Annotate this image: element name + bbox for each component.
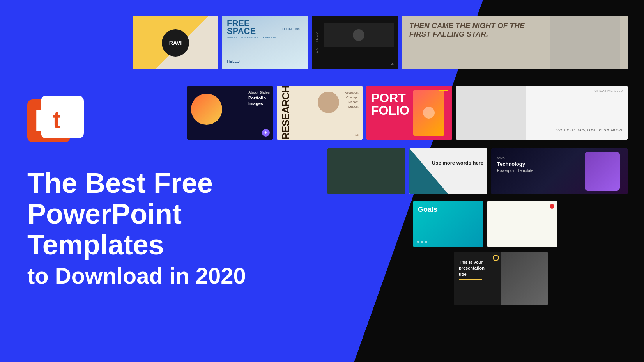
thumbnail-inner: FREE SPACE MINIMAL POWERPOINT TEMPLATE H…: [222, 16, 308, 69]
goals-dots: [417, 241, 479, 243]
template-thumbnail-goals[interactable]: Goals: [413, 201, 483, 247]
thumbnail-inner: UNTITLED U.: [312, 16, 398, 69]
portfolio-text: About SlidesPortfolioImages: [248, 90, 270, 106]
tech-label: NADA: [497, 156, 533, 160]
thumbnail-inner: This is yourpresentationtitle: [454, 252, 548, 305]
template-thumbnail-ravi[interactable]: RAVI: [133, 16, 218, 69]
thumbnail-inner: BORNINK: [487, 201, 557, 247]
template-thumbnail-presentation-title[interactable]: This is yourpresentationtitle: [454, 252, 548, 305]
red-dot: [550, 204, 554, 209]
space-text: SPACE: [227, 27, 276, 35]
thumbnail-inner: RESEARCH Research.Concept.Market.Design.…: [277, 86, 363, 140]
template-thumbnail-thank-you[interactable]: Thank You: [327, 148, 405, 194]
person-placeholder: [413, 90, 444, 136]
svg-text:t: t: [53, 106, 61, 133]
thumbnail-inner: NADA Technology Powerpoint Template: [491, 148, 628, 194]
goals-title: Goals: [418, 206, 437, 214]
svg-text:P: P: [34, 103, 55, 137]
plus-icon: +: [262, 129, 270, 137]
thumbnail-inner: RAVI: [133, 16, 218, 69]
powerpoint-logo: P t: [23, 94, 86, 152]
heading-line3: to Download in 2020: [27, 262, 292, 289]
template-thumbnail-untitled[interactable]: UNTITLED U.: [312, 16, 398, 69]
template-thumbnail-use-more-words[interactable]: Use more words here: [409, 148, 487, 194]
portfolio-circle: [191, 94, 222, 125]
tech-title: Technology: [497, 160, 533, 168]
untitled-vertical: UNTITLED: [315, 16, 318, 69]
template-thumbnail-portfolio-dark[interactable]: About SlidesPortfolioImages +: [187, 86, 273, 140]
phone-shape: [585, 152, 620, 191]
thumbnail-inner: THEN CAME THE NIGHT OF THE FIRST FALLING…: [402, 16, 628, 69]
template-thumbnail-technology[interactable]: NADA Technology Powerpoint Template: [491, 148, 628, 194]
minimal-text: MINIMAL POWERPOINT TEMPLATE: [227, 36, 276, 39]
main-heading: The Best Free PowerPoint Templates to Do…: [27, 168, 292, 289]
image-placeholder: [550, 16, 620, 69]
template-thumbnail-falling-star[interactable]: THEN CAME THE NIGHT OF THE FIRST FALLING…: [402, 16, 628, 69]
thumbnail-inner: About SlidesPortfolioImages +: [187, 86, 273, 140]
dot2: [421, 241, 423, 243]
main-content: P t The Best Free PowerPoint Templates t…: [0, 0, 644, 362]
research-vertical: RESEARCH: [280, 88, 292, 138]
falling-star-title: THEN CAME THE NIGHT OF THE FIRST FALLING…: [409, 21, 526, 39]
template-thumbnail-creative[interactable]: CREATIVE-2020 LIVE BY THE SUN, LOVE BY T…: [456, 86, 628, 140]
free-space-content: FREE SPACE MINIMAL POWERPOINT TEMPLATE: [227, 20, 276, 39]
tech-text: NADA Technology Powerpoint Template: [497, 156, 533, 174]
research-tagline: Research.Concept.Market.Design.: [345, 90, 359, 109]
hello-text: HELLO: [227, 59, 240, 64]
yellow-accent: [459, 279, 482, 280]
locations-text: LOCATIONS: [282, 27, 300, 31]
research-num: 16: [355, 133, 359, 137]
ravi-label: RAVI: [169, 40, 182, 46]
heading-line1: The Best Free: [27, 168, 292, 199]
thumbnail-inner: Use more words here: [409, 148, 487, 194]
image-placeholder: [501, 252, 548, 305]
creative-quote: LIVE BY THE SUN, LOVE BY THE MOON.: [556, 128, 623, 132]
portfolio-pink-title: PORTFOLIO: [371, 92, 409, 117]
template-thumbnail-research[interactable]: RESEARCH Research.Concept.Market.Design.…: [277, 86, 363, 140]
tech-subtitle: Powerpoint Template: [497, 168, 533, 174]
thumbnail-inner: Thank You: [327, 148, 405, 194]
u-label: U.: [391, 62, 394, 66]
thumb-image: [324, 23, 394, 47]
thumbnail-inner: PORTFOLIO: [366, 86, 452, 140]
circle-accent: [493, 255, 499, 261]
portrait-placeholder: [353, 29, 364, 41]
use-more-words-text: Use more words here: [432, 160, 483, 167]
presentation-content: This is yourpresentationtitle: [459, 259, 485, 280]
thumb-bg: [487, 201, 557, 247]
template-thumbnail-free-space[interactable]: FREE SPACE MINIMAL POWERPOINT TEMPLATE H…: [222, 16, 308, 69]
portfolio-image: [413, 90, 444, 136]
heading-line2: PowerPoint Templates: [27, 199, 292, 260]
teal-triangle: [409, 148, 448, 194]
thumbnail-inner: CREATIVE-2020 LIVE BY THE SUN, LOVE BY T…: [456, 86, 628, 140]
dot1: [417, 241, 419, 243]
accent-line: [439, 90, 448, 91]
ravi-circle: RAVI: [162, 29, 189, 57]
image-area: [456, 86, 526, 140]
thumbnail-inner: Goals: [413, 201, 483, 247]
presentation-title-text: This is yourpresentationtitle: [459, 259, 485, 277]
creative-label: CREATIVE-2020: [594, 89, 623, 92]
image-area: [501, 252, 548, 305]
template-thumbnail-born-ink[interactable]: BORNINK: [487, 201, 557, 247]
template-thumbnail-portfolio-pink[interactable]: PORTFOLIO: [366, 86, 452, 140]
untitled-label: UNTITLED: [315, 32, 318, 53]
research-portrait: [318, 92, 339, 113]
head-placeholder: [423, 107, 435, 119]
thumb-bg: [327, 148, 405, 194]
research-title: RESEARCH: [280, 86, 292, 140]
dot3: [425, 241, 427, 243]
